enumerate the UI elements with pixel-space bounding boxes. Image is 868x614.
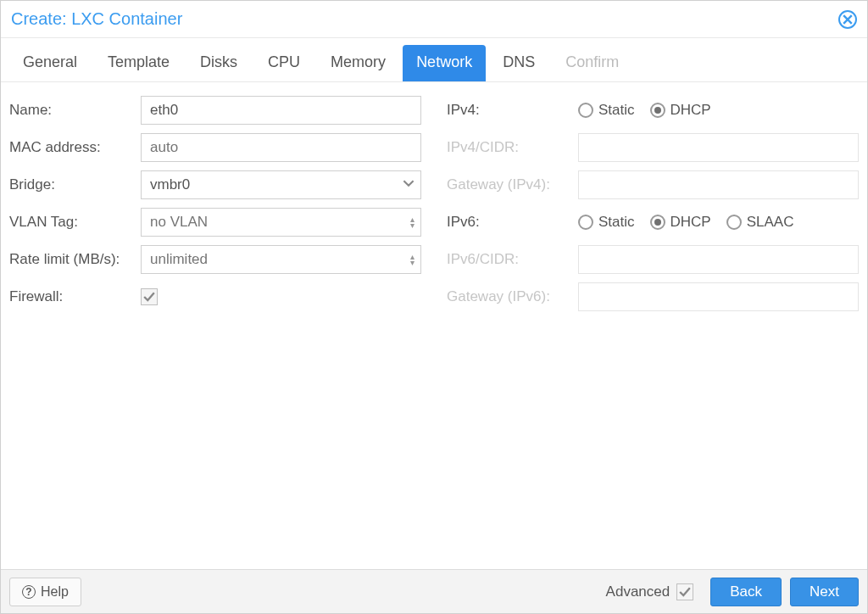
tab-disks[interactable]: Disks <box>186 45 251 81</box>
right-column: IPv4: Static DHCP IPv4/CIDR: Gate <box>447 96 859 555</box>
radio-icon <box>650 103 665 118</box>
ipv4-label: IPv4: <box>447 102 578 119</box>
advanced-checkbox[interactable] <box>676 583 693 600</box>
name-label: Name: <box>9 102 141 119</box>
bridge-select[interactable] <box>141 170 421 199</box>
ipv6-slaac-label: SLAAC <box>747 214 794 231</box>
vlan-label: VLAN Tag: <box>9 214 141 231</box>
help-icon: ? <box>22 585 36 599</box>
ipv6-cidr-label: IPv6/CIDR: <box>447 251 578 268</box>
firewall-label: Firewall: <box>9 288 141 305</box>
next-button[interactable]: Next <box>790 578 859 606</box>
ipv4-cidr-label: IPv4/CIDR: <box>447 139 578 156</box>
tab-network[interactable]: Network <box>403 45 486 81</box>
radio-icon <box>578 103 593 118</box>
ipv4-gw-input <box>578 170 859 199</box>
help-button[interactable]: ? Help <box>9 578 81 606</box>
ipv6-static-label: Static <box>598 214 635 231</box>
bridge-label: Bridge: <box>9 176 141 193</box>
help-label: Help <box>41 584 69 600</box>
mac-input[interactable] <box>141 133 421 162</box>
dialog-create-lxc: Create: LXC Container General Template D… <box>0 0 868 614</box>
ipv6-slaac-option[interactable]: SLAAC <box>726 214 794 231</box>
advanced-label: Advanced <box>606 583 670 600</box>
ipv4-dhcp-label: DHCP <box>670 102 711 119</box>
tabbar: General Template Disks CPU Memory Networ… <box>1 38 867 82</box>
ipv6-label: IPv6: <box>447 214 578 231</box>
tab-dns[interactable]: DNS <box>489 45 548 81</box>
tab-confirm: Confirm <box>552 45 632 81</box>
footer: ? Help Advanced Back Next <box>1 569 867 613</box>
field-ipv6: IPv6: Static DHCP SLAAC <box>447 208 859 237</box>
field-bridge: Bridge: <box>9 170 421 199</box>
rate-label: Rate limit (MB/s): <box>9 251 141 268</box>
ipv4-dhcp-option[interactable]: DHCP <box>650 102 711 119</box>
check-icon <box>679 586 691 598</box>
left-column: Name: MAC address: Bridge: VLAN Tag: <box>9 96 421 555</box>
field-vlan: VLAN Tag: ▴▾ <box>9 208 421 237</box>
ipv6-cidr-input <box>578 245 859 274</box>
field-name: Name: <box>9 96 421 125</box>
close-button[interactable] <box>838 10 857 29</box>
ipv4-gw-label: Gateway (IPv4): <box>447 176 578 193</box>
ipv6-dhcp-option[interactable]: DHCP <box>650 214 711 231</box>
tab-template[interactable]: Template <box>94 45 183 81</box>
form-area: Name: MAC address: Bridge: VLAN Tag: <box>1 82 867 569</box>
field-ipv4-cidr: IPv4/CIDR: <box>447 133 859 162</box>
ipv4-static-label: Static <box>598 102 635 119</box>
vlan-input[interactable] <box>141 208 421 237</box>
tab-general[interactable]: General <box>9 45 91 81</box>
field-firewall: Firewall: <box>9 282 421 311</box>
tab-cpu[interactable]: CPU <box>254 45 314 81</box>
ipv6-gw-input <box>578 282 859 311</box>
close-icon <box>843 14 853 25</box>
ipv4-static-option[interactable]: Static <box>578 102 635 119</box>
advanced-toggle[interactable]: Advanced <box>606 583 694 600</box>
tab-memory[interactable]: Memory <box>317 45 399 81</box>
ipv6-static-option[interactable]: Static <box>578 214 635 231</box>
radio-icon <box>578 215 593 230</box>
name-input[interactable] <box>141 96 421 125</box>
field-mac: MAC address: <box>9 133 421 162</box>
field-ipv6-gw: Gateway (IPv6): <box>447 282 859 311</box>
rate-input[interactable] <box>141 245 421 274</box>
back-button[interactable]: Back <box>710 578 782 606</box>
field-ipv4: IPv4: Static DHCP <box>447 96 859 125</box>
field-ipv4-gw: Gateway (IPv4): <box>447 170 859 199</box>
radio-icon <box>726 215 742 230</box>
check-icon <box>143 291 155 303</box>
titlebar: Create: LXC Container <box>1 1 867 38</box>
dialog-title: Create: LXC Container <box>11 9 182 29</box>
ipv4-cidr-input <box>578 133 859 162</box>
mac-label: MAC address: <box>9 139 141 156</box>
firewall-checkbox[interactable] <box>141 288 158 305</box>
ipv6-dhcp-label: DHCP <box>670 214 711 231</box>
field-ipv6-cidr: IPv6/CIDR: <box>447 245 859 274</box>
ipv6-gw-label: Gateway (IPv6): <box>447 288 578 305</box>
field-rate: Rate limit (MB/s): ▴▾ <box>9 245 421 274</box>
radio-icon <box>650 215 665 230</box>
